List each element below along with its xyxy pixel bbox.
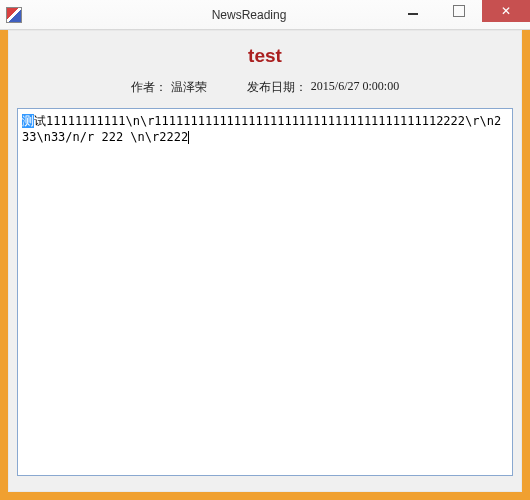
publish-date-field: 发布日期： 2015/6/27 0:00:00 <box>247 79 399 96</box>
window-controls <box>390 0 530 22</box>
author-value: 温泽荣 <box>171 79 207 96</box>
close-button[interactable] <box>482 0 530 22</box>
text-caret <box>188 130 189 144</box>
publish-date-label: 发布日期： <box>247 79 307 96</box>
content-textbox[interactable]: 测试11111111111\n\r11111111111111111111111… <box>17 108 513 476</box>
article-header: test <box>9 31 521 73</box>
author-field: 作者： 温泽荣 <box>131 79 207 96</box>
article-meta: 作者： 温泽荣 发布日期： 2015/6/27 0:00:00 <box>9 73 521 108</box>
window-titlebar: NewsReading <box>0 0 530 30</box>
client-area: test 作者： 温泽荣 发布日期： 2015/6/27 0:00:00 测试1… <box>8 30 522 492</box>
author-label: 作者： <box>131 79 167 96</box>
content-selection: 测 <box>22 114 34 128</box>
publish-date-value: 2015/6/27 0:00:00 <box>311 79 399 96</box>
content-text: 试11111111111\n\r111111111111111111111111… <box>22 114 501 144</box>
app-icon <box>6 7 22 23</box>
minimize-button[interactable] <box>390 0 436 22</box>
article-title: test <box>9 45 521 67</box>
maximize-button[interactable] <box>436 0 482 22</box>
